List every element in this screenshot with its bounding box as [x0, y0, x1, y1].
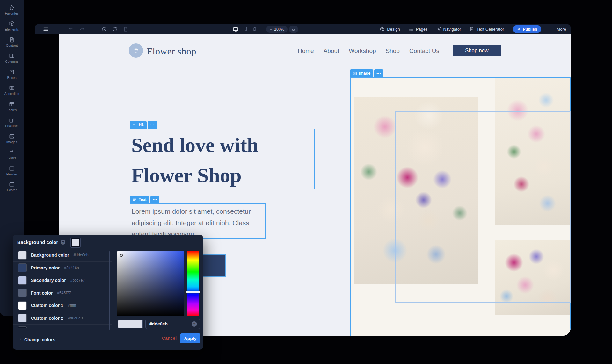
- menu-button[interactable]: [43, 26, 49, 32]
- footer-icon: [9, 181, 15, 188]
- color-row-primary[interactable]: Primary color #2d416a: [13, 261, 112, 274]
- apply-button[interactable]: Apply: [180, 333, 200, 343]
- pages-button[interactable]: Pages: [409, 27, 428, 32]
- document-icon: [470, 27, 474, 32]
- change-colors-button[interactable]: Change colors: [17, 337, 55, 342]
- saturation-cursor[interactable]: [120, 254, 123, 257]
- sidebar-item-slider[interactable]: Slider: [0, 146, 24, 163]
- mobile-view-button[interactable]: [252, 27, 257, 32]
- palette-icon: [380, 27, 385, 32]
- design-button[interactable]: Design: [380, 27, 400, 32]
- saturation-picker[interactable]: [117, 251, 184, 316]
- color-row-background[interactable]: Background color #dde0eb: [13, 249, 112, 261]
- swatch: [18, 327, 26, 328]
- image-tag-icon: [353, 71, 357, 75]
- sidebar-item-accordion[interactable]: Accordion: [0, 82, 24, 98]
- box-icon: [9, 69, 15, 75]
- hex-input[interactable]: #dde0eb ?: [145, 319, 200, 329]
- shop-now-button[interactable]: Shop now: [453, 45, 501, 56]
- publish-button[interactable]: Publish: [513, 25, 541, 33]
- h1-block-badges: H1 •••: [130, 121, 157, 129]
- text-options-button[interactable]: •••: [150, 196, 160, 203]
- design-label: Design: [387, 27, 400, 32]
- zoom-lock-button[interactable]: [289, 26, 298, 33]
- sidebar-item-content[interactable]: Content: [0, 34, 24, 50]
- swatch: [18, 276, 26, 284]
- chevron-down-icon: [269, 28, 273, 31]
- redo-button[interactable]: [79, 26, 85, 32]
- site-logo[interactable]: [129, 43, 143, 58]
- undo-button[interactable]: [69, 26, 74, 32]
- sidebar-item-favorites[interactable]: Favorites: [0, 2, 24, 18]
- sidebar-item-features[interactable]: Features: [0, 114, 24, 131]
- pages-label: Pages: [416, 27, 428, 32]
- zoom-level: 100%: [274, 27, 284, 32]
- nav-home[interactable]: Home: [298, 47, 314, 54]
- color-list-scrollbar[interactable]: [109, 251, 110, 330]
- swatch: [18, 302, 26, 310]
- desktop-view-button[interactable]: [233, 26, 238, 32]
- site-nav: Home About Workshop Shop Contact Us: [298, 47, 439, 54]
- sidebar-label: Accordion: [4, 92, 19, 95]
- text-block-badges: Text •••: [130, 196, 159, 203]
- panel-divider: [13, 333, 112, 333]
- preview-button[interactable]: [101, 26, 107, 32]
- hero-heading[interactable]: Send love with Flower Shop: [131, 130, 313, 190]
- help-icon[interactable]: ?: [61, 240, 65, 245]
- current-color-swatch[interactable]: [71, 238, 80, 247]
- color-row-partial[interactable]: [13, 324, 112, 328]
- image-inner-selection[interactable]: [395, 111, 571, 303]
- nav-workshop[interactable]: Workshop: [349, 47, 376, 54]
- h1-options-button[interactable]: •••: [148, 121, 157, 129]
- refresh-button[interactable]: [112, 26, 118, 32]
- panel-divider: [112, 235, 112, 350]
- panel-title: Background color: [17, 239, 58, 245]
- color-row-font[interactable]: Font color #545f77: [13, 287, 112, 299]
- swatch: [18, 289, 26, 297]
- text-generator-button[interactable]: Text Generator: [470, 27, 504, 32]
- zoom-control[interactable]: 100%: [266, 26, 288, 33]
- save-file-button[interactable]: [123, 27, 128, 32]
- sidebar-label: Tables: [7, 108, 17, 111]
- sidebar-label: Columns: [5, 60, 18, 63]
- sidebar-label: Elements: [5, 28, 19, 31]
- h1-tag[interactable]: H1: [130, 121, 147, 129]
- navigator-button[interactable]: Navigator: [436, 27, 461, 32]
- nav-about[interactable]: About: [324, 47, 339, 54]
- image-options-button[interactable]: •••: [374, 69, 383, 77]
- kebab-menu-icon: [550, 27, 554, 32]
- color-row-secondary[interactable]: Secondary color #bcc7e7: [13, 274, 112, 287]
- hue-slider-handle[interactable]: [186, 291, 200, 293]
- sidebar-item-tables[interactable]: Tables: [0, 98, 24, 114]
- color-row-custom-1[interactable]: Custom color 1 #ffffff: [13, 299, 112, 312]
- text-tag[interactable]: Text: [130, 196, 149, 203]
- cancel-button[interactable]: Cancel: [162, 336, 177, 341]
- sidebar-item-columns[interactable]: Columns: [0, 50, 24, 66]
- image-tag[interactable]: Image: [350, 69, 373, 77]
- site-brand[interactable]: Flower shop: [147, 46, 196, 57]
- nav-shop[interactable]: Shop: [386, 47, 400, 54]
- sidebar-item-boxes[interactable]: Boxes: [0, 66, 24, 82]
- swatch: [18, 314, 26, 322]
- navigator-label: Navigator: [443, 27, 461, 32]
- lock-icon: [291, 27, 295, 31]
- color-row-custom-2[interactable]: Custom color 2 #d0d6e9: [13, 312, 112, 325]
- file-icon: [123, 27, 128, 32]
- table-icon: [9, 101, 15, 107]
- hex-value: #dde0eb: [149, 321, 168, 326]
- slider-arrows-icon: [9, 149, 15, 155]
- sidebar-item-header[interactable]: Header: [0, 162, 24, 179]
- sidebar-item-footer[interactable]: Footer: [0, 179, 24, 195]
- nav-contact-us[interactable]: Contact Us: [409, 47, 439, 54]
- sidebar-item-images[interactable]: Images: [0, 130, 24, 146]
- more-button[interactable]: More: [550, 27, 566, 32]
- background-color-panel: Background color ? Background color #dde…: [13, 235, 203, 350]
- hue-slider[interactable]: [187, 251, 199, 316]
- publish-label: Publish: [523, 27, 537, 32]
- sidebar-item-elements[interactable]: Elements: [0, 18, 24, 34]
- list-icon: [409, 27, 414, 32]
- tablet-view-button[interactable]: [243, 26, 248, 32]
- hex-help-icon[interactable]: ?: [192, 321, 197, 327]
- hamburger-icon: [43, 26, 49, 32]
- refresh-icon: [112, 26, 118, 32]
